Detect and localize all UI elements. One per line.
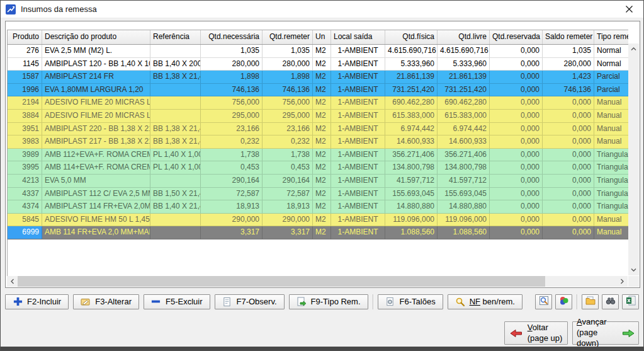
cell-descricao[interactable]: AMBIPLAST 214 FR: [42, 71, 150, 83]
cell-produto[interactable]: 2194: [8, 96, 42, 109]
cell-local_saida[interactable]: 1-AMBIENT: [331, 161, 385, 174]
cell-qtd_livre[interactable]: 615.383,000: [438, 110, 490, 122]
cell-qtd_fisica[interactable]: 21.861,139: [385, 71, 438, 83]
cell-qtd_remeter[interactable]: 290,000: [263, 214, 313, 226]
scroll-left-icon[interactable]: [7, 276, 18, 287]
cell-qtd_necessaria[interactable]: 756,000: [201, 96, 263, 109]
cell-tipo_remessa[interactable]: Manual: [594, 226, 628, 239]
table-row[interactable]: 4337AMBIPLAST 112 C/ EVA 2,5 MMBB 1,50 X…: [8, 188, 628, 201]
alterar-button[interactable]: F3-Alterar: [73, 294, 139, 309]
cell-saldo_remeter[interactable]: 1,423: [543, 71, 594, 83]
cell-qtd_fisica[interactable]: 6.974,442: [385, 123, 438, 135]
cell-qtd_fisica[interactable]: 41.597,712: [385, 175, 438, 187]
cell-qtd_fisica[interactable]: 5.333,960: [385, 58, 438, 71]
column-header-local_saida[interactable]: Local saída: [331, 30, 385, 44]
table-row[interactable]: 2194ADESIVO FILME 20 MICRAS L 1,24756,00…: [8, 96, 628, 110]
cell-un[interactable]: M2: [313, 45, 331, 57]
cell-un[interactable]: M2: [313, 149, 331, 161]
close-button[interactable]: [623, 4, 635, 15]
cell-qtd_necessaria[interactable]: 1,738: [201, 149, 263, 161]
cell-saldo_remeter[interactable]: 0,000: [543, 110, 594, 122]
cell-qtd_remeter[interactable]: 3,317: [263, 226, 313, 239]
cell-qtd_remeter[interactable]: 72,587: [263, 188, 313, 200]
cell-un[interactable]: M2: [313, 110, 331, 122]
cell-qtd_reservada[interactable]: 0,000: [490, 226, 543, 239]
table-row[interactable]: 6999AMB 114 FR+EVA 2,0 MM+MANTA3,3173,31…: [8, 226, 628, 239]
cell-referencia[interactable]: [150, 226, 201, 239]
cell-qtd_necessaria[interactable]: 290,164: [201, 175, 263, 187]
column-header-qtd_remeter[interactable]: Qtd.remeter: [263, 30, 313, 44]
cell-saldo_remeter[interactable]: 746,136: [543, 84, 594, 96]
column-header-qtd_livre[interactable]: Qtd.livre: [438, 30, 490, 44]
column-header-un[interactable]: Un: [313, 30, 331, 44]
cell-descricao[interactable]: AMB 112+EVA+F. ROMA CREME: [42, 149, 150, 161]
observacao-button[interactable]: F7-Observ.: [215, 294, 285, 309]
cell-qtd_remeter[interactable]: 0,453: [263, 161, 313, 174]
cell-qtd_necessaria[interactable]: 290,000: [201, 214, 263, 226]
cell-qtd_necessaria[interactable]: 23,166: [201, 123, 263, 135]
cell-referencia[interactable]: [150, 96, 201, 109]
cell-qtd_remeter[interactable]: 280,000: [263, 58, 313, 71]
cell-produto[interactable]: 1587: [8, 71, 42, 83]
preview-button[interactable]: [535, 294, 552, 309]
cell-qtd_reservada[interactable]: 0,000: [490, 200, 543, 213]
cell-produto[interactable]: 276: [8, 45, 42, 57]
taloes-button[interactable]: F6-Talões: [378, 294, 443, 309]
cell-qtd_reservada[interactable]: 0,000: [490, 175, 543, 187]
cell-tipo_remessa[interactable]: Triangular: [594, 149, 628, 161]
cell-qtd_reservada[interactable]: 0,000: [490, 214, 543, 226]
cell-qtd_necessaria[interactable]: 746,136: [201, 84, 263, 96]
cell-qtd_livre[interactable]: 1.088,560: [438, 226, 490, 239]
table-row[interactable]: 4374AMBIPLAST 114 FR+EVA 2,0MMBB 1,40 X …: [8, 200, 628, 214]
excel-export-button[interactable]: [622, 294, 639, 309]
cell-produto[interactable]: 4213: [8, 175, 42, 187]
cell-qtd_necessaria[interactable]: 1,898: [201, 71, 263, 83]
cell-saldo_remeter[interactable]: 0,000: [543, 161, 594, 174]
cell-local_saida[interactable]: 1-AMBIENT: [331, 71, 385, 83]
cell-referencia[interactable]: PL 1,40 X 1,00: [150, 161, 201, 174]
cell-qtd_reservada[interactable]: 0,000: [490, 58, 543, 71]
cell-qtd_livre[interactable]: 6.974,442: [438, 123, 490, 135]
cell-descricao[interactable]: ADESIVO FILME 20 MICRAS L 1,24: [42, 96, 150, 109]
cell-tipo_remessa[interactable]: Parcial: [594, 84, 628, 96]
cell-qtd_fisica[interactable]: 119.096,000: [385, 214, 438, 226]
cell-descricao[interactable]: AMB 114+EVA+F. ROMA CREME: [42, 161, 150, 174]
horizontal-scrollbar[interactable]: [7, 276, 628, 287]
cell-referencia[interactable]: [150, 214, 201, 226]
cell-qtd_necessaria[interactable]: 280,000: [201, 58, 263, 71]
table-row[interactable]: 3995AMB 114+EVA+F. ROMA CREMEPL 1,40 X 1…: [8, 161, 628, 175]
cell-saldo_remeter[interactable]: 0,000: [543, 175, 594, 187]
cell-qtd_reservada[interactable]: 0,000: [490, 45, 543, 57]
cell-qtd_necessaria[interactable]: 295,000: [201, 110, 263, 122]
scroll-up-icon[interactable]: [628, 43, 639, 54]
cell-qtd_reservada[interactable]: 0,000: [490, 149, 543, 161]
cell-saldo_remeter[interactable]: 0,000: [543, 214, 594, 226]
voltar-button[interactable]: Voltar (page up): [504, 321, 568, 345]
cell-referencia[interactable]: [150, 110, 201, 122]
cell-referencia[interactable]: BB 1,38 X 21,4: [150, 123, 201, 135]
cell-qtd_reservada[interactable]: 0,000: [490, 71, 543, 83]
cell-descricao[interactable]: AMBIPLAST 120 - BB 1,40 X 100: [42, 58, 150, 71]
cell-qtd_fisica[interactable]: 615.383,000: [385, 110, 438, 122]
cell-produto[interactable]: 3989: [8, 149, 42, 161]
cell-local_saida[interactable]: 1-AMBIENT: [331, 110, 385, 122]
cell-referencia[interactable]: [150, 175, 201, 187]
incluir-button[interactable]: F2-Incluir: [5, 294, 69, 309]
cell-un[interactable]: M2: [313, 71, 331, 83]
cell-referencia[interactable]: [150, 84, 201, 96]
avancar-button[interactable]: Avançar (page down): [572, 321, 639, 345]
cell-un[interactable]: M2: [313, 96, 331, 109]
cell-saldo_remeter[interactable]: 0,000: [543, 135, 594, 148]
cell-un[interactable]: M2: [313, 188, 331, 200]
cell-un[interactable]: M2: [313, 58, 331, 71]
cell-qtd_livre[interactable]: 356.271,406: [438, 149, 490, 161]
cell-qtd_reservada[interactable]: 0,000: [490, 161, 543, 174]
tipo-remessa-button[interactable]: F9-Tipo Rem.: [289, 294, 368, 309]
cell-saldo_remeter[interactable]: 0,000: [543, 149, 594, 161]
cell-tipo_remessa[interactable]: Normal: [594, 45, 628, 57]
cell-produto[interactable]: 6999: [8, 226, 42, 239]
column-header-tipo_remessa[interactable]: Tipo remessa: [594, 30, 628, 44]
cell-descricao[interactable]: ADESIVO FILME HM 50 L 1,45: [42, 214, 150, 226]
cell-qtd_remeter[interactable]: 18,913: [263, 200, 313, 213]
vertical-scrollbar[interactable]: [628, 43, 639, 275]
